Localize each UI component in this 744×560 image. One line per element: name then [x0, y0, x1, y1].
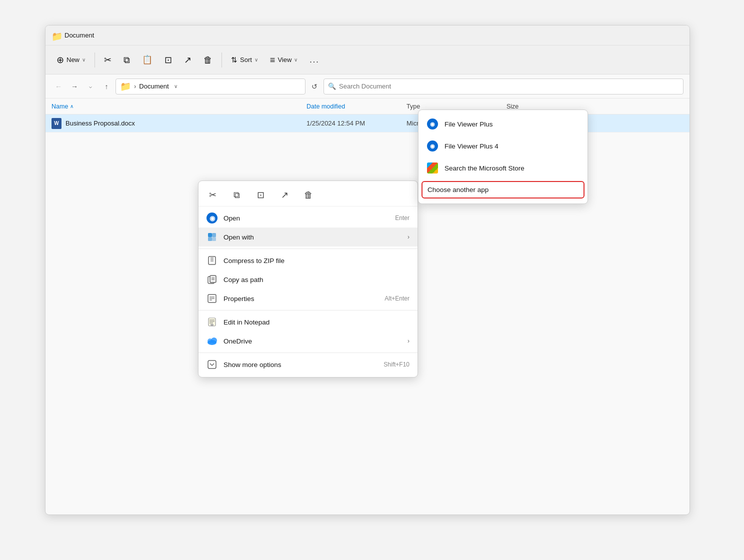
window-folder-icon: 📁	[52, 31, 60, 40]
file-viewer-plus-4-label: File Viewer Plus 4	[444, 142, 498, 150]
context-menu: ✂ ⧉ ⊡ ↗ 🗑 ◉ Open Enter Open	[198, 180, 418, 378]
ctx-onedrive-label: OneDrive	[224, 338, 408, 345]
properties-icon	[206, 293, 218, 304]
submenu-ms-store[interactable]: Search the Microsoft Store	[418, 157, 588, 179]
search-input[interactable]	[339, 82, 679, 90]
cut-button[interactable]: ✂	[99, 52, 116, 68]
onedrive-icon	[206, 336, 218, 346]
address-separator: ›	[134, 82, 136, 90]
sort-button[interactable]: ⇅ Sort ∨	[226, 53, 263, 66]
toolbar-separator-2	[222, 52, 222, 68]
column-date-header[interactable]: Date modified	[306, 103, 406, 110]
explorer-window: 📁 Document ⊕ New ∨ ✂ ⧉ 📋 ⊡ ↗ 🗑 ⇅	[45, 25, 690, 515]
ctx-properties-item[interactable]: Properties Alt+Enter	[198, 289, 418, 308]
column-type-header[interactable]: Type	[406, 103, 506, 110]
column-size-header[interactable]: Size	[506, 103, 566, 110]
forward-button[interactable]: →	[68, 80, 82, 94]
submenu-file-viewer-plus[interactable]: ◉ File Viewer Plus	[418, 113, 588, 135]
ctx-properties-shortcut: Alt+Enter	[384, 295, 410, 302]
cut-icon: ✂	[104, 56, 112, 64]
rename-button[interactable]: ⊡	[160, 52, 177, 68]
notepad-icon	[206, 316, 218, 328]
rename-icon: ⊡	[164, 56, 172, 64]
ctx-compress-item[interactable]: Compress to ZIP file	[198, 251, 418, 270]
column-headers: Name ∧ Date modified Type Size	[46, 98, 690, 114]
svg-rect-20	[210, 324, 214, 326]
open-icon: ◉	[206, 212, 218, 224]
ctx-show-more-item[interactable]: Show more options Shift+F10	[198, 355, 418, 374]
svg-rect-1	[212, 233, 216, 237]
ctx-show-more-shortcut: Shift+F10	[384, 361, 410, 368]
sort-label: Sort	[240, 56, 252, 64]
ctx-open-with-item[interactable]: Open with ›	[198, 228, 418, 246]
open-with-submenu: ◉ File Viewer Plus ◉ File Viewer Plus 4 …	[418, 110, 588, 204]
view-icon: ≡	[270, 56, 276, 64]
toolbar-separator-1	[94, 52, 95, 68]
choose-app-label: Choose another app	[428, 186, 488, 194]
ctx-notepad-label: Edit in Notepad	[224, 318, 410, 326]
up-button[interactable]: ↑	[100, 80, 114, 94]
ctx-separator-2	[198, 310, 418, 310]
new-label: New	[66, 56, 80, 64]
ctx-open-shortcut: Enter	[395, 214, 410, 222]
title-bar: 📁 Document	[46, 26, 690, 46]
file-date: 1/25/2024 12:54 PM	[306, 120, 406, 127]
address-box[interactable]: 📁 › Document ∨	[116, 78, 306, 94]
svg-rect-2	[208, 237, 212, 241]
ctx-onedrive-arrow-icon: ›	[408, 338, 410, 344]
copy-icon: ⧉	[124, 56, 130, 64]
context-menu-toolbar: ✂ ⧉ ⊡ ↗ 🗑	[198, 184, 418, 206]
back-button[interactable]: ←	[52, 80, 66, 94]
view-label: View	[278, 56, 292, 64]
submenu-choose-app[interactable]: Choose another app	[422, 181, 584, 198]
ctx-separator-1	[198, 248, 418, 249]
share-button[interactable]: ↗	[179, 52, 196, 68]
ctx-copy-path-item[interactable]: Copy as path	[198, 270, 418, 289]
file-list: W Business Proposal.docx 1/25/2024 12:54…	[46, 114, 690, 132]
paste-button[interactable]: 📋	[137, 52, 158, 67]
delete-button[interactable]: 🗑	[198, 52, 218, 68]
svg-rect-0	[208, 233, 212, 237]
ctx-separator-3	[198, 352, 418, 353]
svg-rect-9	[210, 276, 216, 282]
ctx-delete-button[interactable]: 🗑	[300, 187, 316, 203]
address-chevron-icon: ∨	[174, 84, 178, 89]
file-viewer-plus-label: File Viewer Plus	[444, 120, 493, 128]
ctx-notepad-item[interactable]: Edit in Notepad	[198, 312, 418, 332]
file-icon-area: W Business Proposal.docx	[52, 118, 306, 129]
address-bar-area: ← → ⌵ ↑ 📁 › Document ∨ ↺ 🔍	[46, 74, 690, 98]
view-button[interactable]: ≡ View ∨	[265, 52, 302, 68]
table-row[interactable]: W Business Proposal.docx 1/25/2024 12:54…	[46, 114, 690, 132]
search-icon: 🔍	[328, 82, 336, 90]
more-button[interactable]: ...	[304, 52, 324, 68]
paste-icon: 📋	[142, 56, 152, 64]
ctx-copy-button[interactable]: ⧉	[228, 187, 244, 203]
recent-locations-button[interactable]: ⌵	[84, 80, 98, 94]
ctx-cut-button[interactable]: ✂	[204, 187, 220, 203]
ctx-onedrive-item[interactable]: OneDrive ›	[198, 332, 418, 350]
ctx-open-label: Open	[224, 214, 395, 222]
ctx-open-item[interactable]: ◉ Open Enter	[198, 208, 418, 228]
search-box[interactable]: 🔍	[324, 78, 684, 94]
ctx-properties-label: Properties	[224, 295, 384, 302]
ms-store-icon	[426, 162, 438, 174]
open-with-icon	[206, 232, 218, 242]
address-path: Document	[139, 82, 168, 90]
ctx-share-button[interactable]: ↗	[276, 187, 292, 203]
refresh-button[interactable]: ↺	[308, 80, 322, 94]
delete-icon: 🗑	[204, 56, 212, 64]
view-chevron-icon: ∨	[294, 57, 298, 62]
copy-path-icon	[206, 274, 218, 285]
submenu-file-viewer-plus-4[interactable]: ◉ File Viewer Plus 4	[418, 135, 588, 157]
ctx-compress-label: Compress to ZIP file	[224, 257, 410, 264]
show-more-icon	[206, 359, 218, 370]
svg-rect-24	[208, 360, 216, 368]
copy-button[interactable]: ⧉	[118, 52, 135, 68]
ctx-rename-button[interactable]: ⊡	[252, 187, 268, 203]
file-viewer-plus-4-icon: ◉	[426, 140, 438, 152]
column-name-header[interactable]: Name ∧	[52, 103, 306, 110]
ctx-show-more-label: Show more options	[224, 361, 384, 368]
new-button[interactable]: ⊕ New ∨	[52, 52, 90, 68]
ctx-copy-path-label: Copy as path	[224, 276, 410, 284]
toolbar: ⊕ New ∨ ✂ ⧉ 📋 ⊡ ↗ 🗑 ⇅ Sort ∨ ≡	[46, 46, 690, 74]
